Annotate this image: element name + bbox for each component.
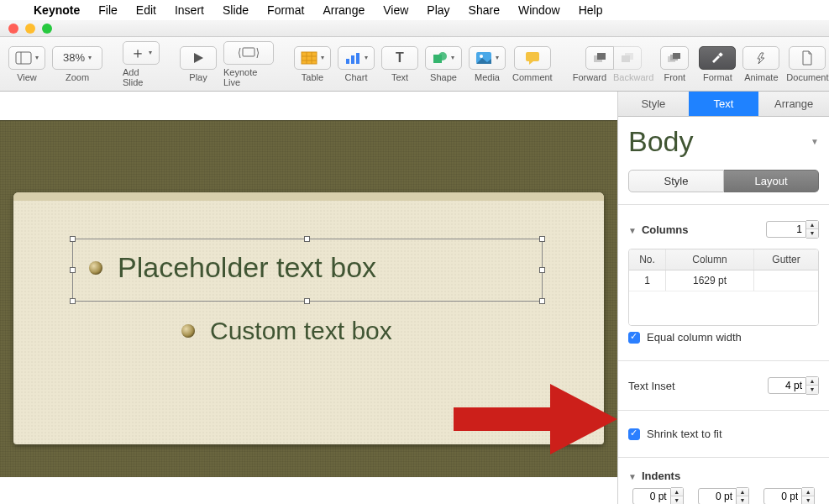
comment-icon [525,51,540,65]
play-button[interactable] [180,46,217,70]
resize-handle[interactable] [70,267,76,273]
layer-forward-icon [592,52,607,64]
menu-play[interactable]: Play [427,3,449,17]
add-slide-button[interactable]: ＋▾ [123,41,160,65]
svg-rect-3 [243,48,254,56]
menu-slide[interactable]: Slide [223,3,249,17]
indent-right-input[interactable] [763,488,802,504]
slide-canvas[interactable]: Placeholder text box Custom text box [0,92,617,504]
zoom-dropdown[interactable]: 38%▾ [52,46,102,70]
toolbar: ▾ View 38%▾ Zoom ＋▾ Add Slide Play Keyno… [0,37,829,92]
paragraph-style-dropdown[interactable]: Body ▼ [628,125,819,158]
comment-button[interactable] [514,46,551,70]
window-titlebar [0,20,829,37]
col-header-no: No. [629,249,666,270]
forward-button[interactable] [585,46,614,70]
tab-arrange[interactable]: Arrange [758,92,829,116]
indent-left-stepper[interactable]: ▲▼ [698,487,749,504]
text-button[interactable]: T [381,46,418,70]
step-up-icon[interactable]: ▲ [806,221,818,229]
disclosure-triangle-icon[interactable]: ▼ [628,472,637,481]
svg-rect-4 [302,52,317,64]
svg-rect-25 [673,53,680,59]
resize-handle[interactable] [304,298,310,304]
step-down-icon[interactable]: ▼ [806,386,818,394]
paper-shape[interactable]: Placeholder text box Custom text box [13,192,604,444]
equal-column-width-checkbox[interactable] [628,332,640,344]
resize-handle[interactable] [304,236,310,242]
columns-stepper[interactable]: ▲▼ [766,220,819,239]
menu-edit[interactable]: Edit [136,3,156,17]
chart-button[interactable]: ▾ [338,46,375,70]
svg-marker-18 [529,61,533,65]
chart-label: Chart [345,72,368,82]
menu-view[interactable]: View [383,3,408,17]
menu-window[interactable]: Window [518,3,560,17]
table-button[interactable]: ▾ [294,46,331,70]
col-header-column: Column [666,249,754,270]
text-inset-input[interactable] [768,377,806,394]
step-up-icon[interactable]: ▲ [806,377,818,386]
zoom-icon[interactable] [42,24,52,34]
svg-rect-17 [526,52,539,61]
svg-marker-27 [758,53,764,64]
format-inspector: Style Text Arrange Body ▼ Style Layout ▼… [617,92,829,504]
placeholder-text-box[interactable]: Placeholder text box [89,251,376,284]
resize-handle[interactable] [539,298,545,304]
layer-backward-icon [620,52,635,64]
shape-button[interactable]: ▾ [425,46,462,70]
add-slide-label: Add Slide [123,67,160,87]
media-button[interactable]: ▾ [469,46,506,70]
bullet-icon [89,261,102,275]
format-label: Format [703,72,732,82]
equal-column-width-label: Equal column width [647,331,742,344]
indent-first-input[interactable] [632,488,671,504]
keynote-live-button[interactable] [223,41,274,65]
media-icon [475,51,492,65]
front-button[interactable] [660,46,689,70]
document-icon [800,50,814,66]
tab-text[interactable]: Text [689,92,759,116]
media-label: Media [475,72,500,82]
table-row[interactable]: 1 1629 pt [629,270,818,291]
comment-label: Comment [512,72,553,82]
indent-left-input[interactable] [698,488,737,504]
svg-rect-0 [16,52,31,64]
menu-file[interactable]: File [98,3,118,17]
layer-front-icon [667,52,682,64]
minimize-icon[interactable] [25,24,35,34]
resize-handle[interactable] [539,267,545,273]
shape-icon [433,51,448,65]
animate-button[interactable] [742,46,779,70]
resize-handle[interactable] [70,298,76,304]
shrink-text-checkbox[interactable] [628,428,640,440]
disclosure-triangle-icon[interactable]: ▼ [628,226,637,235]
custom-text-box[interactable]: Custom text box [181,317,392,345]
slide-background: Placeholder text box Custom text box [0,120,617,477]
svg-rect-11 [356,53,359,64]
app-name[interactable]: Keynote [34,3,80,17]
menu-help[interactable]: Help [579,3,603,17]
seg-style[interactable]: Style [628,170,724,192]
seg-layout[interactable]: Layout [724,170,819,192]
columns-input[interactable] [766,221,806,238]
menu-share[interactable]: Share [469,3,500,17]
resize-handle[interactable] [70,236,76,242]
view-button[interactable]: ▾ [8,46,45,70]
menu-format[interactable]: Format [267,3,304,17]
resize-handle[interactable] [539,236,545,242]
step-down-icon[interactable]: ▼ [806,229,818,238]
document-button[interactable] [789,46,826,70]
indent-right-stepper[interactable]: ▲▼ [763,487,815,504]
backward-label: Backward [613,72,653,82]
text-inset-stepper[interactable]: ▲▼ [768,376,819,395]
tab-style[interactable]: Style [618,92,689,116]
table-label: Table [302,72,323,82]
keynote-live-label: Keynote Live [223,67,274,87]
indent-first-stepper[interactable]: ▲▼ [632,487,684,504]
close-icon[interactable] [8,24,18,34]
menu-insert[interactable]: Insert [175,3,204,17]
format-button[interactable] [699,46,736,70]
menu-arrange[interactable]: Arrange [323,3,365,17]
backward-button[interactable] [613,46,642,70]
